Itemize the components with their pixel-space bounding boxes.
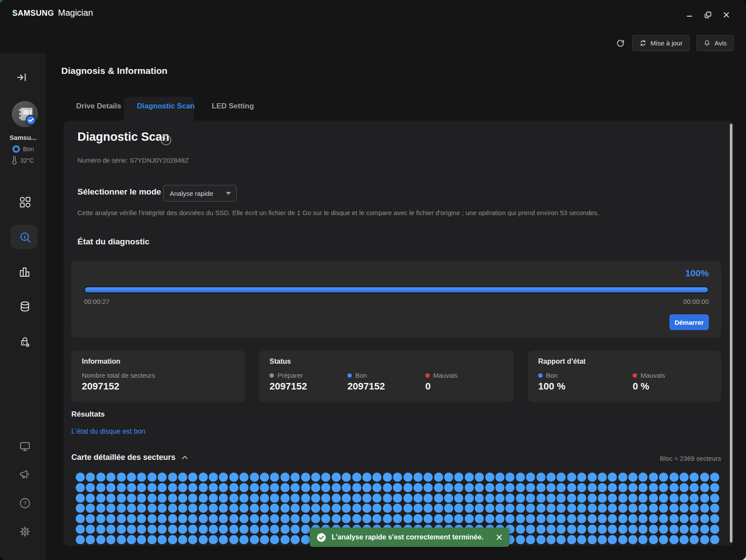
drive-name: Samsu... <box>0 134 46 141</box>
sidebar-item-security[interactable] <box>19 336 31 348</box>
good-value: 2097152 <box>347 381 425 392</box>
sidebar-item-performance[interactable] <box>19 266 31 278</box>
report-good-stat: Bon 100 % <box>538 372 633 392</box>
sector-dot <box>546 504 556 513</box>
sidebar-item-diagnosis[interactable] <box>19 231 32 243</box>
sector-dot <box>495 514 504 523</box>
sidebar-item-announcements[interactable] <box>19 469 31 480</box>
sector-dot <box>270 525 279 534</box>
sector-dot <box>250 535 259 544</box>
sector-dot <box>147 525 157 534</box>
titlebar: SAMSUNG Magician Mise à jour <box>0 0 746 53</box>
sector-dot <box>239 535 249 544</box>
report-good-label: Bon <box>546 372 558 379</box>
sector-dot <box>608 525 617 534</box>
scan-help-button[interactable]: ? <box>161 135 172 146</box>
close-button[interactable] <box>721 10 732 20</box>
sector-dot <box>229 494 238 503</box>
sector-dot <box>117 483 126 492</box>
sidebar-item-settings[interactable] <box>19 526 31 537</box>
sector-dot <box>362 504 371 513</box>
sector-dot <box>352 504 361 513</box>
sector-dot <box>710 504 719 513</box>
tab-diagnostic-scan[interactable]: Diagnostic Scan <box>134 101 197 111</box>
drive-avatar[interactable] <box>11 101 39 128</box>
sector-dot <box>86 525 95 534</box>
sector-dot <box>260 473 269 482</box>
sector-dot <box>475 514 484 523</box>
sector-dot <box>270 514 279 523</box>
progress-bar[interactable] <box>84 286 709 293</box>
sector-dot <box>485 494 494 503</box>
tab-drive-details[interactable]: Drive Details <box>74 101 124 111</box>
update-button[interactable]: Mise à jour <box>632 35 690 51</box>
sector-dot <box>199 494 208 503</box>
sector-dot <box>638 473 648 482</box>
sector-dot <box>628 494 637 503</box>
vertical-scrollbar[interactable] <box>730 124 732 543</box>
sector-dot <box>250 483 259 492</box>
sector-dot <box>690 504 699 513</box>
sector-dot <box>158 494 167 503</box>
sidebar-item-help[interactable]: ? <box>19 497 31 509</box>
sector-dot <box>536 535 546 544</box>
status-bad-stat: Mauvais 0 <box>425 372 503 392</box>
sector-dot <box>127 504 136 513</box>
sector-dot <box>495 473 504 482</box>
sector-dot <box>301 525 310 534</box>
success-toast: L’analyse rapide s’est correctement term… <box>310 528 509 547</box>
sector-dot <box>659 483 668 492</box>
sector-dot <box>567 494 576 503</box>
sector-dot <box>229 514 238 523</box>
information-card: Information Nombre total de secteurs 209… <box>71 351 245 402</box>
bad-bullet-icon <box>425 373 430 378</box>
sidebar-collapse-toggle[interactable] <box>16 72 28 83</box>
sector-map-toggle[interactable]: Carte détaillée des secteurs <box>71 453 188 462</box>
sector-dot <box>270 473 279 482</box>
sector-dot <box>311 514 320 523</box>
sector-dot <box>679 494 689 503</box>
toast-close-button[interactable] <box>496 534 502 540</box>
sector-dot <box>270 483 279 492</box>
sector-dot <box>106 473 116 482</box>
scan-mode-select[interactable]: Analyse rapide <box>163 185 237 202</box>
sector-dot <box>147 514 157 523</box>
sector-dot <box>96 494 105 503</box>
sector-dot <box>209 483 218 492</box>
notice-button[interactable]: Avis <box>697 35 734 51</box>
sector-dot <box>362 494 371 503</box>
sector-dot <box>454 504 463 513</box>
start-button[interactable]: Démarrer <box>669 314 709 330</box>
sector-dot <box>546 535 556 544</box>
sector-dot <box>495 504 504 513</box>
sector-dot <box>424 504 433 513</box>
sector-dot <box>598 473 607 482</box>
sector-dot <box>679 514 689 523</box>
sector-dot <box>301 504 310 513</box>
sector-dot <box>372 504 382 513</box>
close-icon <box>496 534 502 540</box>
refresh-button[interactable] <box>616 38 625 48</box>
block-size-label: Bloc ≈ 2369 secteurs <box>660 455 721 462</box>
sector-dot <box>403 483 413 492</box>
sector-dot <box>710 535 719 544</box>
minimize-button[interactable] <box>684 10 695 20</box>
sector-dot <box>117 504 126 513</box>
sector-dot <box>158 514 167 523</box>
sector-dot <box>372 514 382 523</box>
sector-dot <box>117 525 126 534</box>
sector-dot <box>188 483 197 492</box>
sector-dot <box>628 483 637 492</box>
sidebar-item-data-management[interactable] <box>19 301 31 312</box>
sector-dot <box>475 473 484 482</box>
restore-button[interactable] <box>702 10 714 20</box>
sector-dot <box>301 483 310 492</box>
report-good-bullet-icon <box>538 373 543 378</box>
notice-button-label: Avis <box>714 39 727 47</box>
sector-dot <box>444 504 453 513</box>
sidebar-item-system[interactable] <box>19 441 31 452</box>
sidebar-item-dashboard[interactable] <box>19 196 31 208</box>
sector-dot <box>413 504 423 513</box>
sector-dot <box>188 473 197 482</box>
tab-led-setting[interactable]: LED Setting <box>209 101 256 111</box>
